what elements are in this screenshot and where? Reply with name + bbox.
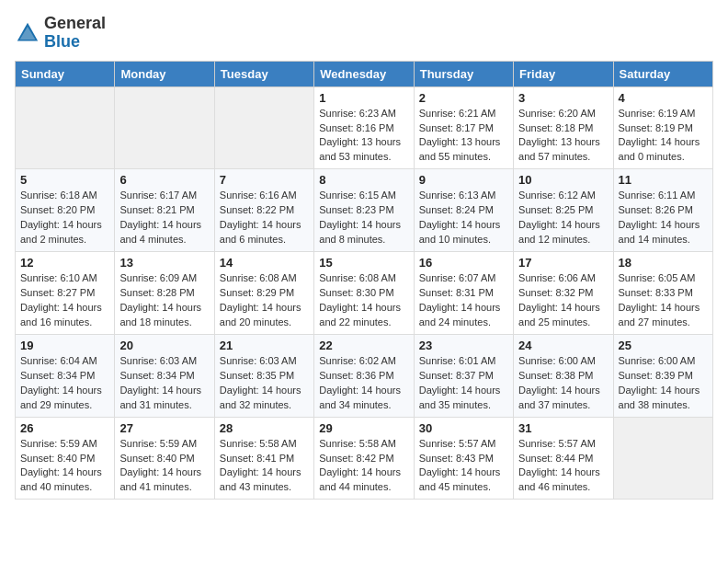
daylight-text: Daylight: 14 hours and 14 minutes. — [619, 219, 700, 245]
week-row-3: 12Sunrise: 6:10 AMSunset: 8:27 PMDayligh… — [16, 252, 713, 335]
day-cell: 11Sunrise: 6:11 AMSunset: 8:26 PMDayligh… — [613, 169, 712, 252]
daylight-text: Daylight: 13 hours and 53 minutes. — [319, 136, 401, 162]
day-cell: 31Sunrise: 5:57 AMSunset: 8:44 PMDayligh… — [514, 417, 613, 500]
sunset-text: Sunset: 8:43 PM — [419, 453, 494, 464]
day-cell: 29Sunrise: 5:58 AMSunset: 8:42 PMDayligh… — [314, 417, 414, 500]
sunset-text: Sunset: 8:34 PM — [20, 370, 95, 381]
sunset-text: Sunset: 8:36 PM — [319, 370, 393, 381]
col-header-friday: Friday — [514, 61, 613, 86]
day-number: 2 — [419, 91, 508, 105]
col-header-monday: Monday — [115, 61, 214, 86]
day-cell: 6Sunrise: 6:17 AMSunset: 8:21 PMDaylight… — [115, 169, 214, 252]
daylight-text: Daylight: 14 hours and 37 minutes. — [518, 385, 600, 410]
sunrise-text: Sunrise: 6:06 AM — [518, 272, 596, 283]
sunrise-text: Sunrise: 6:13 AM — [419, 190, 496, 201]
sunset-text: Sunset: 8:39 PM — [619, 370, 693, 381]
day-info: Sunrise: 6:01 AMSunset: 8:37 PMDaylight:… — [419, 354, 508, 413]
daylight-text: Daylight: 14 hours and 22 minutes. — [319, 302, 401, 327]
day-number: 9 — [419, 173, 508, 187]
day-number: 31 — [518, 421, 608, 435]
col-header-sunday: Sunday — [16, 61, 115, 86]
sunset-text: Sunset: 8:28 PM — [119, 287, 194, 298]
logo-general-text: General — [44, 14, 106, 32]
day-info: Sunrise: 6:07 AMSunset: 8:31 PMDaylight:… — [419, 271, 508, 330]
col-header-saturday: Saturday — [613, 61, 712, 86]
day-info: Sunrise: 5:58 AMSunset: 8:41 PMDaylight:… — [220, 437, 309, 496]
logo: General Blue — [15, 15, 106, 52]
sunset-text: Sunset: 8:38 PM — [518, 370, 593, 381]
sunrise-text: Sunrise: 6:23 AM — [319, 108, 396, 119]
day-number: 19 — [20, 339, 109, 352]
daylight-text: Daylight: 14 hours and 44 minutes. — [319, 466, 401, 492]
day-cell: 17Sunrise: 6:06 AMSunset: 8:32 PMDayligh… — [514, 252, 613, 335]
day-number: 17 — [518, 256, 608, 270]
calendar-header-row: SundayMondayTuesdayWednesdayThursdayFrid… — [16, 61, 713, 86]
week-row-5: 26Sunrise: 5:59 AMSunset: 8:40 PMDayligh… — [16, 417, 713, 500]
day-info: Sunrise: 6:12 AMSunset: 8:25 PMDaylight:… — [518, 189, 608, 247]
day-number: 5 — [20, 173, 109, 187]
day-info: Sunrise: 6:11 AMSunset: 8:26 PMDaylight:… — [619, 189, 708, 247]
day-number: 6 — [119, 173, 209, 187]
day-number: 21 — [220, 339, 309, 352]
day-cell: 7Sunrise: 6:16 AMSunset: 8:22 PMDaylight… — [214, 169, 313, 252]
daylight-text: Daylight: 14 hours and 12 minutes. — [518, 219, 600, 245]
day-cell: 26Sunrise: 5:59 AMSunset: 8:40 PMDayligh… — [16, 417, 115, 500]
day-info: Sunrise: 6:16 AMSunset: 8:22 PMDaylight:… — [220, 189, 309, 247]
sunrise-text: Sunrise: 6:11 AM — [619, 190, 696, 201]
sunrise-text: Sunrise: 6:09 AM — [119, 272, 197, 283]
sunset-text: Sunset: 8:27 PM — [20, 287, 95, 298]
logo-blue-text: Blue — [44, 32, 80, 51]
week-row-2: 5Sunrise: 6:18 AMSunset: 8:20 PMDaylight… — [16, 169, 713, 252]
daylight-text: Daylight: 14 hours and 4 minutes. — [119, 219, 201, 245]
col-header-thursday: Thursday — [414, 61, 513, 86]
sunrise-text: Sunrise: 6:16 AM — [220, 190, 297, 201]
day-number: 18 — [619, 256, 708, 270]
sunrise-text: Sunrise: 6:07 AM — [419, 272, 496, 283]
day-info: Sunrise: 6:02 AMSunset: 8:36 PMDaylight:… — [319, 354, 408, 413]
day-cell: 3Sunrise: 6:20 AMSunset: 8:18 PMDaylight… — [514, 86, 613, 169]
day-cell: 15Sunrise: 6:08 AMSunset: 8:30 PMDayligh… — [314, 252, 414, 335]
day-number: 3 — [518, 91, 608, 105]
day-number: 24 — [518, 339, 608, 352]
day-number: 12 — [20, 256, 109, 270]
day-info: Sunrise: 6:19 AMSunset: 8:19 PMDaylight:… — [619, 107, 708, 166]
day-cell: 10Sunrise: 6:12 AMSunset: 8:25 PMDayligh… — [514, 169, 613, 252]
day-info: Sunrise: 6:04 AMSunset: 8:34 PMDaylight:… — [20, 354, 109, 413]
day-info: Sunrise: 5:59 AMSunset: 8:40 PMDaylight:… — [20, 437, 109, 496]
daylight-text: Daylight: 14 hours and 10 minutes. — [419, 219, 501, 245]
day-cell — [613, 417, 712, 500]
col-header-wednesday: Wednesday — [314, 61, 414, 86]
day-number: 7 — [220, 173, 309, 187]
daylight-text: Daylight: 14 hours and 38 minutes. — [619, 385, 700, 410]
day-cell: 1Sunrise: 6:23 AMSunset: 8:16 PMDaylight… — [314, 86, 414, 169]
daylight-text: Daylight: 14 hours and 0 minutes. — [619, 136, 700, 162]
sunset-text: Sunset: 8:30 PM — [319, 287, 393, 298]
sunset-text: Sunset: 8:17 PM — [419, 122, 494, 133]
calendar-table: SundayMondayTuesdayWednesdayThursdayFrid… — [15, 61, 713, 500]
sunset-text: Sunset: 8:21 PM — [119, 204, 194, 215]
daylight-text: Daylight: 14 hours and 18 minutes. — [119, 302, 201, 327]
day-info: Sunrise: 6:20 AMSunset: 8:18 PMDaylight:… — [518, 107, 608, 166]
daylight-text: Daylight: 14 hours and 16 minutes. — [20, 302, 102, 327]
day-cell: 22Sunrise: 6:02 AMSunset: 8:36 PMDayligh… — [314, 334, 414, 417]
day-cell: 13Sunrise: 6:09 AMSunset: 8:28 PMDayligh… — [115, 252, 214, 335]
sunrise-text: Sunrise: 5:58 AM — [319, 438, 396, 449]
day-number: 14 — [220, 256, 309, 270]
daylight-text: Daylight: 14 hours and 40 minutes. — [20, 466, 102, 492]
daylight-text: Daylight: 14 hours and 45 minutes. — [419, 466, 501, 492]
day-cell: 24Sunrise: 6:00 AMSunset: 8:38 PMDayligh… — [514, 334, 613, 417]
day-info: Sunrise: 6:00 AMSunset: 8:38 PMDaylight:… — [518, 354, 608, 413]
daylight-text: Daylight: 13 hours and 57 minutes. — [518, 136, 600, 162]
sunset-text: Sunset: 8:35 PM — [220, 370, 294, 381]
sunrise-text: Sunrise: 6:21 AM — [419, 108, 496, 119]
day-info: Sunrise: 5:57 AMSunset: 8:43 PMDaylight:… — [419, 437, 508, 496]
week-row-1: 1Sunrise: 6:23 AMSunset: 8:16 PMDaylight… — [16, 86, 713, 169]
sunset-text: Sunset: 8:41 PM — [220, 453, 294, 464]
day-info: Sunrise: 5:57 AMSunset: 8:44 PMDaylight:… — [518, 437, 608, 496]
day-info: Sunrise: 6:03 AMSunset: 8:34 PMDaylight:… — [119, 354, 209, 413]
day-number: 23 — [419, 339, 508, 352]
sunrise-text: Sunrise: 6:10 AM — [20, 272, 97, 283]
daylight-text: Daylight: 14 hours and 41 minutes. — [119, 466, 201, 492]
sunrise-text: Sunrise: 5:59 AM — [119, 438, 197, 449]
sunrise-text: Sunrise: 6:00 AM — [518, 355, 596, 366]
